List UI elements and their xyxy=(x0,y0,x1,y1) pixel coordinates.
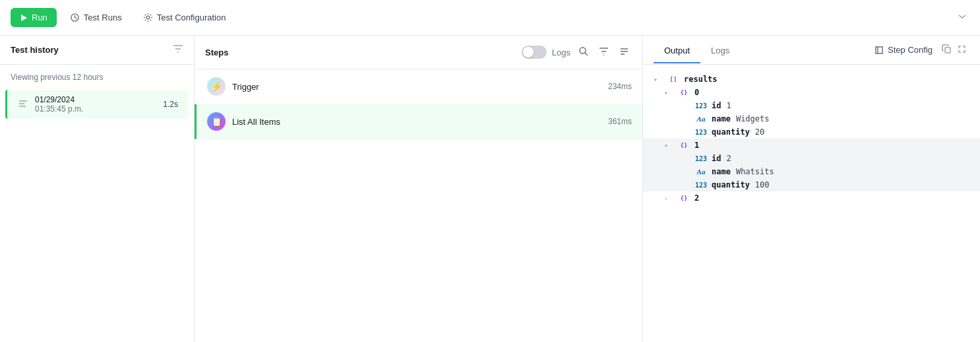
value-id-1: 2 xyxy=(727,154,731,163)
output-actions: Step Config xyxy=(868,41,939,59)
key-1: 1 xyxy=(694,141,699,150)
tab-logs[interactable]: Logs xyxy=(700,38,740,63)
key-results: results xyxy=(684,75,718,84)
value-id-0: 1 xyxy=(727,101,731,110)
key-id-1: id xyxy=(712,154,721,163)
steps-list-button[interactable] xyxy=(617,44,632,61)
step-config-button[interactable]: Step Config xyxy=(868,41,939,59)
key-id-0: id xyxy=(712,101,721,110)
main-layout: Test history Viewing previous 12 hours 0… xyxy=(0,36,980,342)
badge-array-results: [] xyxy=(665,75,681,83)
history-item-details: 01/29/2024 01:35:45 p.m. xyxy=(35,95,156,114)
badge-object-0: {} xyxy=(676,88,692,96)
filter-icon[interactable] xyxy=(173,44,183,56)
list-icon: 📋 xyxy=(207,112,226,131)
svg-point-4 xyxy=(146,16,150,19)
tree-row-quantity-1: ▾ 123 quantity 100 xyxy=(643,178,980,191)
tree-row-0[interactable]: ▾ {} 0 xyxy=(643,86,980,99)
tree-row-results[interactable]: ▾ [] results xyxy=(643,73,980,86)
badge-number-id-1: 123 xyxy=(693,154,709,163)
chevron-1[interactable]: ▾ xyxy=(664,142,673,149)
tree-row-2[interactable]: › {} 2 xyxy=(643,191,980,205)
expand-button[interactable] xyxy=(954,42,969,59)
step-list-label: List All Items xyxy=(232,117,601,127)
value-quantity-1: 100 xyxy=(755,180,770,189)
run-button[interactable]: Run xyxy=(11,8,57,27)
value-name-1: Whatsits xyxy=(736,167,774,176)
search-button[interactable] xyxy=(576,44,591,61)
tree-row-quantity-0: ▾ 123 quantity 20 xyxy=(643,125,980,139)
steps-filter-button[interactable] xyxy=(596,44,611,61)
badge-object-2: {} xyxy=(676,194,692,202)
toolbar: Run Test Runs Test Configuration xyxy=(0,0,980,36)
history-item-icon xyxy=(18,99,28,110)
history-item-duration: 1.2s xyxy=(163,100,178,109)
svg-rect-14 xyxy=(945,48,950,53)
step-trigger[interactable]: ⚡ Trigger 234ms xyxy=(195,69,642,104)
output-header: Output Logs Step Config xyxy=(643,36,980,65)
chevron-0[interactable]: ▾ xyxy=(664,89,673,96)
badge-string-name-0: Aa xyxy=(693,114,709,123)
key-quantity-1: quantity xyxy=(712,180,750,189)
svg-point-8 xyxy=(580,48,586,53)
tree-row-name-0: ▾ Aa name Widgets xyxy=(643,112,980,125)
value-name-0: Widgets xyxy=(736,114,770,123)
test-configuration-button[interactable]: Test Configuration xyxy=(135,8,234,27)
test-runs-button[interactable]: Test Runs xyxy=(62,8,130,27)
test-history-title: Test history xyxy=(11,45,59,55)
steps-header: Steps Logs xyxy=(195,36,642,69)
logs-label: Logs xyxy=(552,48,570,57)
trigger-icon: ⚡ xyxy=(207,77,226,96)
tree-row-id-1: ▾ 123 id 2 xyxy=(643,152,980,165)
right-panel: Output Logs Step Config xyxy=(643,36,980,342)
json-tree: ▾ [] results ▾ {} 0 ▾ 123 id 1 ▾ Aa name… xyxy=(643,65,980,342)
tree-row-id-0: ▾ 123 id 1 xyxy=(643,99,980,112)
svg-marker-0 xyxy=(21,15,27,21)
history-item-date: 01/29/2024 xyxy=(35,95,156,104)
key-name-1: name xyxy=(712,167,731,176)
svg-line-9 xyxy=(585,53,588,55)
key-quantity-0: quantity xyxy=(712,127,750,137)
step-list-duration: 361ms xyxy=(608,117,632,126)
copy-button[interactable] xyxy=(939,42,954,59)
chevron-results[interactable]: ▾ xyxy=(654,76,663,83)
badge-number-qty-0: 123 xyxy=(693,128,709,137)
key-name-0: name xyxy=(712,114,731,123)
steps-title: Steps xyxy=(205,48,516,57)
tree-row-name-1: ▾ Aa name Whatsits xyxy=(643,165,980,178)
step-trigger-label: Trigger xyxy=(232,82,601,92)
key-2: 2 xyxy=(694,193,699,203)
history-item-time: 01:35:45 p.m. xyxy=(35,104,156,114)
step-trigger-duration: 234ms xyxy=(608,82,632,91)
key-0: 0 xyxy=(694,88,699,97)
viewing-label: Viewing previous 12 hours xyxy=(0,65,194,90)
badge-object-1: {} xyxy=(676,141,692,149)
chevron-2[interactable]: › xyxy=(664,195,673,202)
svg-line-3 xyxy=(75,18,77,19)
middle-panel: Steps Logs xyxy=(195,36,643,342)
history-item[interactable]: 01/29/2024 01:35:45 p.m. 1.2s xyxy=(5,90,189,119)
badge-number-id-0: 123 xyxy=(693,102,709,110)
logs-toggle[interactable] xyxy=(522,46,547,59)
left-panel: Test history Viewing previous 12 hours 0… xyxy=(0,36,195,342)
tree-row-1[interactable]: ▾ {} 1 xyxy=(643,139,980,152)
tab-output[interactable]: Output xyxy=(654,38,700,63)
step-list-all-items[interactable]: 📋 List All Items 361ms xyxy=(195,104,642,139)
badge-string-name-1: Aa xyxy=(693,167,709,176)
test-history-header: Test history xyxy=(0,36,194,65)
toolbar-collapse-chevron[interactable] xyxy=(955,9,969,26)
value-quantity-0: 20 xyxy=(755,127,764,137)
badge-number-qty-1: 123 xyxy=(693,181,709,189)
